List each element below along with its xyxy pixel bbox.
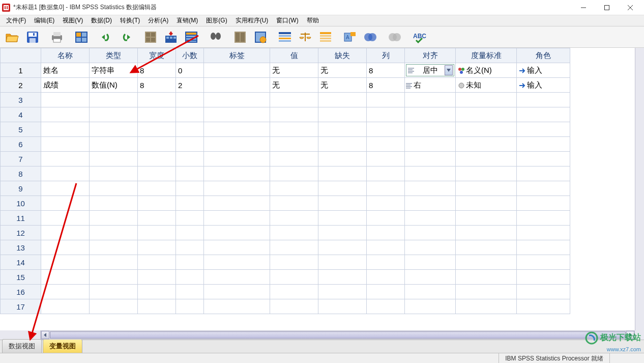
col-role[interactable]: 角色	[517, 48, 570, 63]
row-header[interactable]: 2	[1, 78, 41, 93]
undo-icon[interactable]	[97, 28, 115, 46]
cell-role[interactable]: 输入	[517, 63, 570, 78]
row-header[interactable]: 7	[1, 152, 41, 166]
row-header[interactable]: 1	[1, 63, 41, 78]
cell-name[interactable]: 姓名	[41, 63, 90, 78]
row-header[interactable]: 6	[1, 137, 41, 152]
menu-edit[interactable]: 编辑(E)	[30, 15, 58, 26]
cell-align[interactable]: 居中	[405, 63, 456, 78]
menu-graphs[interactable]: 图形(G)	[202, 15, 231, 26]
col-width[interactable]: 宽度	[138, 48, 176, 63]
table-row[interactable]: 14	[1, 255, 570, 270]
open-icon[interactable]	[3, 28, 21, 46]
row-header[interactable]: 4	[1, 107, 41, 122]
table-row[interactable]: 11	[1, 211, 570, 226]
table-row[interactable]: 13	[1, 240, 570, 255]
align-dropdown[interactable]: 居中	[406, 64, 454, 76]
spellcheck-icon[interactable]: ABC	[410, 28, 428, 46]
col-name[interactable]: 名称	[41, 48, 90, 63]
table-row[interactable]: 2成绩数值(N)82无无8右未知输入	[1, 78, 570, 93]
minimize-button[interactable]	[572, 0, 595, 15]
cell-decimals[interactable]: 2	[176, 78, 204, 93]
variables-icon[interactable]	[182, 28, 200, 46]
table-row[interactable]: 15	[1, 270, 570, 285]
vertical-scrollbar[interactable]	[635, 48, 644, 330]
col-missing[interactable]: 缺失	[318, 48, 367, 63]
cell-measure[interactable]: 名义(N)	[456, 63, 517, 78]
print-icon[interactable]	[48, 28, 66, 46]
maximize-button[interactable]	[595, 0, 619, 15]
goto-var-icon[interactable]	[162, 28, 180, 46]
col-decimals[interactable]: 小数	[176, 48, 204, 63]
horizontal-scrollbar[interactable]	[41, 330, 635, 340]
table-row[interactable]: 17	[1, 299, 570, 314]
menu-data[interactable]: 数据(D)	[87, 15, 116, 26]
redo-icon[interactable]	[117, 28, 135, 46]
menu-analyze[interactable]: 分析(A)	[144, 15, 172, 26]
scroll-left-button[interactable]	[41, 331, 49, 339]
cell-missing[interactable]: 无	[318, 63, 367, 78]
table-row[interactable]: 6	[1, 137, 570, 152]
balance-icon[interactable]	[296, 28, 314, 46]
menu-help[interactable]: 帮助	[303, 15, 323, 26]
row-header[interactable]: 9	[1, 181, 41, 196]
table-row[interactable]: 16	[1, 285, 570, 299]
row-header[interactable]: 13	[1, 240, 41, 255]
weight-icon[interactable]	[251, 28, 270, 46]
menu-view[interactable]: 视图(V)	[58, 15, 87, 26]
col-label[interactable]: 标签	[204, 48, 270, 63]
cell-role[interactable]: 输入	[517, 78, 570, 93]
cell-decimals[interactable]: 0	[176, 63, 204, 78]
table-row[interactable]: 5	[1, 122, 570, 137]
cell-label[interactable]	[204, 63, 270, 78]
table-row[interactable]: 8	[1, 166, 570, 181]
menu-window[interactable]: 窗口(W)	[272, 15, 302, 26]
chevron-down-icon[interactable]	[445, 65, 453, 75]
grid-corner[interactable]	[1, 48, 41, 63]
cell-name[interactable]: 成绩	[41, 78, 90, 93]
cell-width[interactable]: 8	[138, 63, 176, 78]
col-values[interactable]: 值	[270, 48, 318, 63]
table-row[interactable]: 9	[1, 181, 570, 196]
cell-type[interactable]: 字符串	[90, 63, 138, 78]
col-align[interactable]: 对齐	[405, 48, 456, 63]
row-header[interactable]: 12	[1, 226, 41, 240]
row-header[interactable]: 16	[1, 285, 41, 299]
table-row[interactable]: 10	[1, 196, 570, 211]
cell-cols[interactable]: 8	[367, 78, 405, 93]
table-row[interactable]: 7	[1, 152, 570, 166]
row-header[interactable]: 8	[1, 166, 41, 181]
cell-label[interactable]	[204, 78, 270, 93]
data-icon[interactable]	[72, 28, 91, 46]
menu-file[interactable]: 文件(F)	[2, 15, 30, 26]
row-header[interactable]: 11	[1, 211, 41, 226]
col-measure[interactable]: 度量标准	[456, 48, 517, 63]
close-button[interactable]	[619, 0, 642, 15]
variable-grid[interactable]: 名称 类型 宽度 小数 标签 值 缺失 列 对齐 度量标准 角色 1姓名字符串8…	[0, 48, 570, 314]
table-row[interactable]: 1姓名字符串80无无8居中名义(N)输入	[1, 63, 570, 78]
cell-width[interactable]: 8	[138, 78, 176, 93]
table-row[interactable]: 3	[1, 93, 570, 107]
save-icon[interactable]	[23, 28, 42, 46]
split-icon[interactable]	[231, 28, 249, 46]
cell-type[interactable]: 数值(N)	[90, 78, 138, 93]
menu-utilities[interactable]: 实用程序(U)	[231, 15, 273, 26]
menu-direct[interactable]: 直销(M)	[172, 15, 202, 26]
row-header[interactable]: 17	[1, 299, 41, 314]
cell-values[interactable]: 无	[270, 63, 318, 78]
sets-gray-icon[interactable]	[386, 28, 404, 46]
cell-missing[interactable]: 无	[318, 78, 367, 93]
goto-case-icon[interactable]	[141, 28, 160, 46]
col-cols[interactable]: 列	[367, 48, 405, 63]
cell-align[interactable]: 右	[405, 78, 456, 93]
row-header[interactable]: 10	[1, 196, 41, 211]
value-labels-icon[interactable]	[316, 28, 335, 46]
sets-overlap-icon[interactable]	[361, 28, 379, 46]
select-cases-icon[interactable]	[276, 28, 294, 46]
cell-measure[interactable]: 未知	[456, 78, 517, 93]
row-header[interactable]: 3	[1, 93, 41, 107]
row-header[interactable]: 14	[1, 255, 41, 270]
col-type[interactable]: 类型	[90, 48, 138, 63]
row-header[interactable]: 5	[1, 122, 41, 137]
tab-data-view[interactable]: 数据视图	[2, 339, 42, 353]
